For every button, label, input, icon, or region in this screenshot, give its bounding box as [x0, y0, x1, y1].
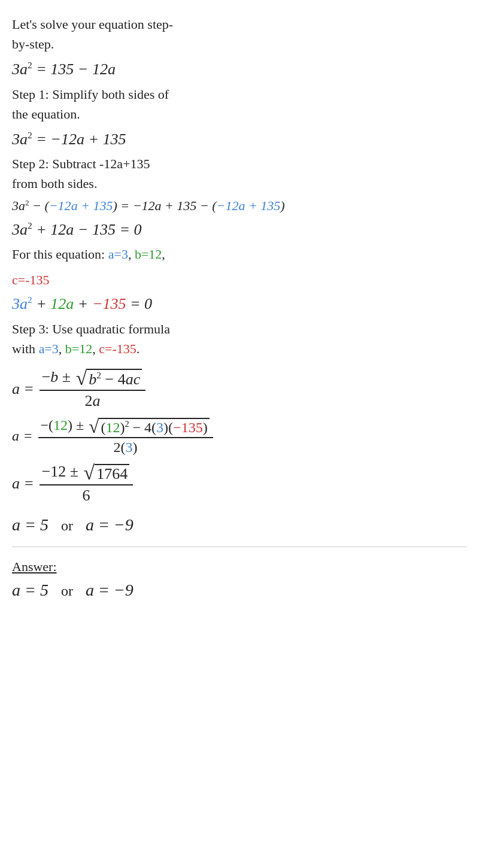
formula-neg-b: −b ±	[42, 368, 75, 386]
sol-var1: a	[12, 515, 20, 534]
formula-sqrt: √ b2 − 4ac	[76, 368, 143, 389]
intro-line2: by-step.	[12, 37, 54, 51]
step2-label: Step 2: Subtract -12a+135from both sides…	[12, 154, 467, 193]
final-eq1: = 5	[25, 581, 48, 599]
intro-line1: Let's solve your equation step-	[12, 17, 173, 32]
divider	[12, 547, 467, 547]
colored-equation: 3a2 + 12a + −135 = 0	[12, 295, 467, 313]
step3-b: b=12	[65, 341, 92, 356]
colored-3a2: 3a2	[12, 295, 32, 312]
solutions-line: a = 5 or a = −9	[12, 515, 467, 535]
colored-neg135: −135	[92, 295, 126, 312]
coeff-c-line: c=-135	[12, 270, 467, 290]
final-var2: a	[86, 581, 94, 599]
sol-eq1: = 5	[25, 515, 48, 534]
simp-sqrt-symbol: √	[84, 463, 95, 483]
sol-eq2: = −9	[98, 515, 134, 534]
sub-sqrt-content: (12)2 − 4(3)(−135)	[99, 418, 209, 436]
coeff-c: c=-135	[12, 272, 50, 287]
colored-12a: 12a	[50, 295, 74, 312]
simp-eq: =	[25, 475, 34, 493]
coeff-b: b=12	[135, 247, 162, 262]
formula-var: a	[12, 380, 20, 398]
answer-label-text: Answer:	[12, 559, 57, 574]
original-equation: 3a2 = 135 − 12a	[12, 60, 467, 78]
solutions-or: or	[61, 518, 73, 533]
intro-text: Let's solve your equation step- by-step.	[12, 14, 467, 54]
step3-a: a=3	[39, 341, 59, 356]
sub-var: a	[12, 428, 19, 444]
simp-sqrt: √ 1764	[84, 463, 130, 483]
simp-fraction: −12 ± √ 1764 6	[40, 463, 134, 505]
final-eq2: = −9	[98, 581, 134, 599]
sub-fraction: −(12) ± √ (12)2 − 4(3)(−135) 2(3)	[38, 417, 213, 456]
sub-sqrt-symbol: √	[89, 417, 99, 436]
sqrt-symbol: √	[76, 368, 87, 389]
coefficients-line: For this equation: a=3, b=12,	[12, 244, 467, 264]
simp-var: a	[12, 475, 20, 493]
sub-eq: =	[24, 428, 32, 444]
formula-eq: =	[25, 380, 34, 398]
simplified-formula: a = −12 ± √ 1764 6	[12, 463, 467, 505]
formula-fraction: −b ± √ b2 − 4ac 2a	[40, 368, 146, 410]
step1-result: 3a2 = −12a + 135	[12, 130, 467, 148]
simp-denom: 6	[80, 485, 92, 505]
sqrt-content: b2 − 4ac	[87, 369, 142, 389]
step2-equation: 3a2 − (−12a + 135) = −12a + 135 − (−12a …	[12, 198, 467, 214]
formula-denom: 2a	[82, 391, 102, 410]
step2-simplified: 3a2 + 12a − 135 = 0	[12, 220, 467, 239]
step1-label-text: Step 1: Simplify both sides ofthe equati…	[12, 87, 169, 122]
sub-denom: 2(3)	[111, 438, 140, 456]
final-answer: a = 5 or a = −9	[12, 581, 467, 600]
step1-label: Step 1: Simplify both sides ofthe equati…	[12, 84, 467, 124]
final-or: or	[61, 583, 73, 599]
step3-c: c=-135	[99, 341, 137, 356]
sub-sqrt: √ (12)2 − 4(3)(−135)	[89, 417, 209, 436]
sub-b-val: 12	[53, 417, 68, 433]
step3-label: Step 3: Use quadratic formulawith a=3, b…	[12, 319, 467, 359]
final-var1: a	[12, 581, 20, 599]
simp-sqrt-content: 1764	[95, 464, 129, 483]
substituted-formula: a = −(12) ± √ (12)2 − 4(3)(−135) 2(3)	[12, 417, 467, 456]
quadratic-formula-general: a = −b ± √ b2 − 4ac 2a	[12, 368, 467, 410]
coeff-a: a=3	[108, 247, 128, 262]
answer-label: Answer:	[12, 559, 467, 575]
sol-var2: a	[86, 515, 94, 534]
